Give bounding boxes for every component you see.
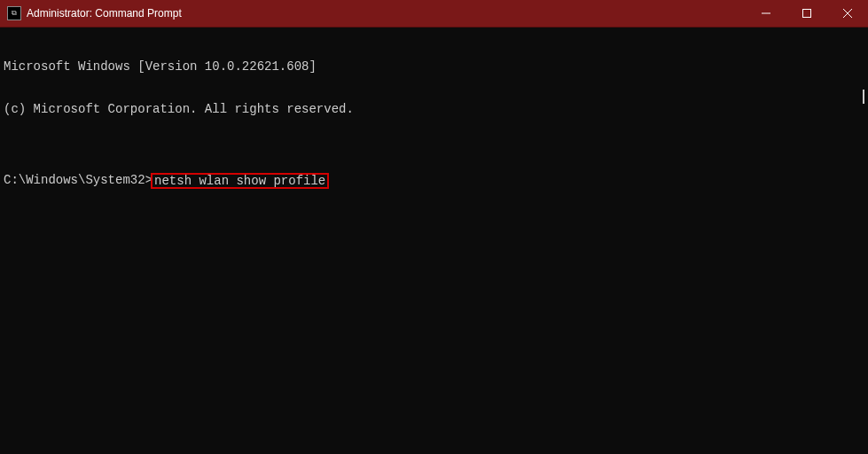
command-input[interactable]: netsh wlan show profile — [151, 173, 329, 189]
maximize-icon — [802, 9, 811, 18]
app-icon-glyph: ⧉ — [12, 10, 17, 17]
output-line-copyright: (c) Microsoft Corporation. All rights re… — [4, 102, 864, 116]
minimize-button[interactable] — [746, 0, 786, 27]
maximize-button[interactable] — [786, 0, 827, 27]
close-button[interactable] — [827, 0, 868, 27]
terminal-area[interactable]: Microsoft Windows [Version 10.0.22621.60… — [0, 27, 868, 454]
minimize-icon — [762, 9, 770, 18]
close-icon — [843, 9, 852, 18]
scrollbar-thumb[interactable] — [863, 90, 864, 104]
svg-rect-1 — [803, 10, 811, 18]
titlebar[interactable]: ⧉ Administrator: Command Prompt — [0, 0, 868, 27]
window-controls — [746, 0, 868, 27]
prompt-line: C:\Windows\System32>netsh wlan show prof… — [4, 173, 864, 189]
command-prompt-window: ⧉ Administrator: Command Prompt Microsof… — [0, 0, 868, 454]
app-icon: ⧉ — [7, 6, 21, 20]
output-line-version: Microsoft Windows [Version 10.0.22621.60… — [4, 59, 864, 74]
window-title: Administrator: Command Prompt — [27, 7, 182, 20]
prompt-path: C:\Windows\System32> — [4, 173, 152, 187]
